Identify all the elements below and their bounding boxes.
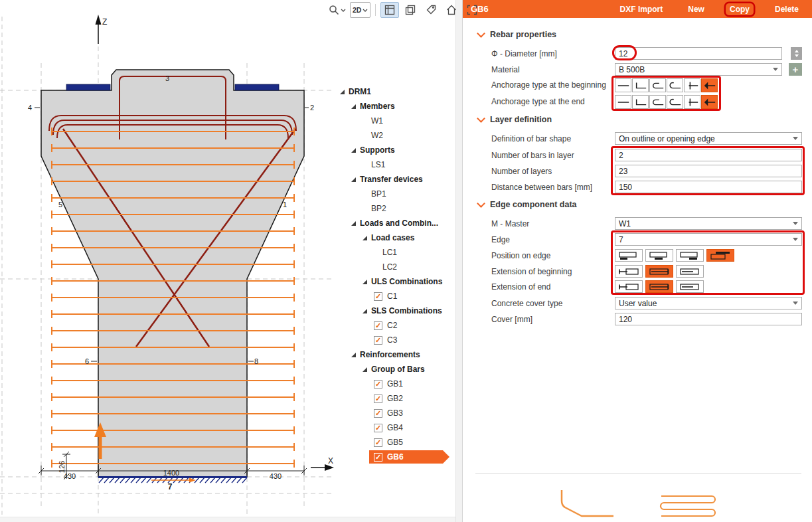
material-dropdown[interactable]: B 500B — [615, 63, 782, 76]
master-dropdown[interactable]: W1 — [615, 217, 802, 230]
cover-type-dropdown[interactable]: User value — [615, 297, 802, 309]
section-edge-component-data[interactable]: Edge component data — [478, 200, 577, 209]
bars-in-layer-input[interactable]: 2 — [615, 149, 802, 161]
add-material-button[interactable]: + — [789, 63, 802, 76]
tree-item-gb2[interactable]: ✓GB2 — [335, 391, 459, 406]
extension-outside-button[interactable] — [615, 280, 643, 293]
bar-shape-dropdown[interactable]: On outline or opening edge — [615, 132, 802, 145]
tree-item-ulscombinations[interactable]: ULS Combinations — [335, 274, 459, 289]
new-button[interactable]: New — [684, 3, 708, 15]
position-center-button[interactable] — [645, 249, 673, 262]
expand-button[interactable] — [463, 2, 481, 18]
tree-item-c3[interactable]: ✓C3 — [335, 333, 459, 347]
extension-outside-button[interactable] — [615, 265, 643, 278]
search-button[interactable] — [327, 2, 348, 18]
extension-full-button[interactable] — [645, 280, 673, 293]
tree-expander-icon[interactable] — [340, 90, 345, 94]
tree-expander-icon[interactable] — [363, 309, 367, 313]
extension-partial-button[interactable] — [676, 265, 704, 278]
tree-item-c2[interactable]: ✓C2 — [335, 318, 459, 333]
tree-item-w1[interactable]: W1 — [335, 114, 459, 128]
tree-expander-icon[interactable] — [363, 367, 367, 372]
copy-view-button[interactable] — [401, 2, 420, 18]
anchorage-head-button[interactable] — [701, 78, 718, 92]
tree-item-gb3[interactable]: ✓GB3 — [335, 406, 459, 420]
extension-partial-button[interactable] — [676, 280, 704, 293]
position-left-button[interactable] — [615, 249, 643, 262]
drawing-area[interactable]: Z X 3 4 2 5 1 6 8 7 430 1400 430 126 — [0, 0, 461, 522]
anchorage-end-buttons — [615, 95, 802, 109]
tree-expander-icon[interactable] — [351, 177, 356, 182]
cover-input[interactable]: 120 — [615, 313, 802, 325]
checkbox-checked[interactable]: ✓ — [374, 336, 382, 345]
tree-item-bp1[interactable]: BP1 — [335, 187, 459, 201]
tree-item-lc1[interactable]: LC1 — [335, 245, 459, 260]
horizontal-scrollbar[interactable] — [0, 517, 455, 522]
tree-item-gb5[interactable]: ✓GB5 — [335, 435, 459, 450]
copy-button[interactable]: Copy — [726, 3, 754, 15]
tree-expander-icon[interactable] — [351, 148, 356, 153]
anchorage-bend-button[interactable] — [632, 95, 649, 109]
diameter-input[interactable]: 12 — [615, 47, 782, 60]
extension-full-button[interactable] — [645, 265, 673, 278]
tree-item-transferdevices[interactable]: Transfer devices — [335, 172, 459, 187]
tree-expander-icon[interactable] — [363, 236, 367, 240]
tree-item-loadcases[interactable]: Load cases — [335, 230, 459, 245]
tree-item-ls1[interactable]: LS1 — [335, 157, 459, 172]
anchorage-hook-button[interactable] — [649, 95, 666, 109]
checkbox-checked[interactable]: ✓ — [374, 438, 382, 447]
anchorage-loop-button[interactable] — [667, 95, 683, 109]
anchorage-welded-bar-button[interactable] — [684, 95, 700, 109]
tree-item-drm1[interactable]: DRM1 — [335, 84, 459, 99]
position-offset-icon — [710, 251, 731, 260]
tree-expander-icon[interactable] — [363, 280, 367, 284]
checkbox-checked[interactable]: ✓ — [374, 292, 382, 301]
tree-item-lc2[interactable]: LC2 — [335, 260, 459, 274]
tree-item-reinforcements[interactable]: Reinforcements — [335, 347, 459, 362]
tree-item-bp2[interactable]: BP2 — [335, 201, 459, 216]
tree-item-groupofbars[interactable]: Group of Bars — [335, 362, 459, 377]
drawing-canvas[interactable]: Z X 3 4 2 5 1 6 8 7 430 1400 430 126 — [0, 0, 337, 522]
position-right-button[interactable] — [676, 249, 704, 262]
tree-expander-icon[interactable] — [351, 221, 356, 226]
edge-dropdown[interactable]: 7 — [615, 233, 802, 246]
tree-item-gb1[interactable]: ✓GB1 — [335, 377, 459, 391]
checkbox-checked[interactable]: ✓ — [374, 394, 382, 403]
checkbox-checked[interactable]: ✓ — [374, 424, 382, 432]
checkbox-checked[interactable]: ✓ — [374, 321, 382, 330]
tree-item-members[interactable]: Members — [335, 99, 459, 114]
delete-button[interactable]: Delete — [771, 3, 803, 15]
checkbox-checked[interactable]: ✓ — [374, 380, 382, 389]
number-of-layers-input[interactable]: 23 — [615, 165, 802, 177]
tree-expander-icon[interactable] — [351, 353, 356, 357]
position-offset-button[interactable] — [706, 249, 734, 262]
view-frame-button[interactable] — [380, 2, 399, 18]
home-button[interactable] — [442, 2, 461, 18]
view-mode-button[interactable]: 2D — [350, 2, 370, 18]
anchorage-bend-button[interactable] — [632, 78, 649, 92]
section-layer-definition[interactable]: Layer definition — [478, 115, 552, 124]
tree-expander-icon[interactable] — [351, 104, 356, 109]
anchorage-straight-button[interactable] — [615, 95, 631, 109]
tree-item-w2[interactable]: W2 — [335, 128, 459, 143]
tag-button[interactable] — [422, 2, 440, 18]
tree-item-c1[interactable]: ✓C1 — [335, 289, 459, 304]
distance-between-bars-input[interactable]: 150 — [615, 181, 802, 193]
tree-item-loadsandcombin[interactable]: Loads and Combin... — [335, 216, 459, 230]
anchorage-head-button[interactable] — [701, 95, 718, 109]
tree-item-slscombinations[interactable]: SLS Combinations — [335, 304, 459, 318]
diameter-spinner[interactable] — [791, 47, 802, 60]
anchorage-loop-button[interactable] — [667, 78, 683, 92]
tree-item-gb4[interactable]: ✓GB4 — [335, 420, 459, 435]
row-bar-shape: Definition of bar shape On outline or op… — [491, 132, 803, 147]
checkbox-checked[interactable]: ✓ — [374, 409, 382, 418]
tree-item-label: GB1 — [387, 379, 403, 389]
anchorage-straight-button[interactable] — [615, 78, 631, 92]
anchorage-hook-button[interactable] — [649, 78, 666, 92]
dxf-import-button[interactable]: DXF Import — [616, 3, 667, 15]
anchorage-welded-bar-button[interactable] — [684, 78, 700, 92]
checkbox-checked[interactable]: ✓ — [374, 453, 382, 462]
tree-item-supports[interactable]: Supports — [335, 143, 459, 157]
section-rebar-properties[interactable]: Rebar properties — [478, 30, 556, 39]
tree-item-gb6[interactable]: ✓GB6 — [335, 450, 459, 464]
